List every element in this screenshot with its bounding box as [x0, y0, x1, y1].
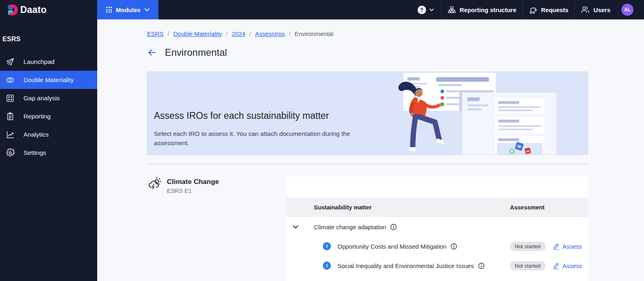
modules-grid-icon [106, 7, 112, 13]
table-row-iro: I Opportunity Costs and Missed Mitigatio… [286, 237, 588, 256]
reporting-structure-label: Reporting structure [460, 6, 516, 13]
users-icon [581, 5, 590, 14]
table-header-row: Sustainability matter Assessment [286, 198, 588, 217]
top-bar: Daato Modules ? Reporting structu [0, 0, 644, 19]
info-icon[interactable] [478, 262, 485, 269]
sidebar: ESRS Launchpad Double Materiality Gap an… [0, 19, 97, 281]
sidebar-item-label: Reporting [23, 113, 51, 120]
column-header-sustainability-matter: Sustainability matter [286, 204, 497, 211]
breadcrumb-separator: / [249, 30, 251, 37]
pdf-file-icon: PDF [525, 148, 531, 154]
pencil-icon [553, 243, 559, 250]
illustration-document-card: W PDF [462, 93, 557, 155]
storm-cloud-sun-icon [147, 177, 162, 191]
column-header-assessment: Assessment [497, 204, 542, 211]
sidebar-item-launchpad[interactable]: Launchpad [0, 53, 97, 71]
assess-button[interactable]: Assess [553, 262, 582, 269]
breadcrumb-separator: / [226, 30, 228, 37]
assess-button[interactable]: Assess [553, 243, 582, 250]
assess-label: Assess [563, 243, 582, 250]
iro-label: Opportunity Costs and Missed Mitigation [337, 243, 446, 250]
banner-subtitle: Select each IRO to assess it. You can at… [154, 129, 369, 148]
requests-label: Requests [541, 6, 569, 13]
main-area: ESRS / Double Materiality / 2024 / Asses… [97, 19, 644, 281]
status-badge: Not started [510, 261, 546, 270]
chevron-down-icon [145, 8, 149, 11]
breadcrumb-link-assessiros[interactable]: AssessIros [255, 30, 285, 37]
sidebar-item-settings[interactable]: Settings [0, 144, 97, 162]
sidebar-item-label: Gap analysis [23, 95, 60, 102]
banner-illustration: W PDF [395, 73, 557, 155]
table-row-group[interactable]: Climate change adaptation [286, 217, 588, 237]
help-icon: ? [418, 6, 426, 14]
breadcrumb-link-esrs[interactable]: ESRS [147, 30, 164, 37]
topbar-right-nav: ? Reporting structure [410, 0, 644, 19]
user-avatar[interactable]: AL [621, 4, 633, 16]
status-badge: Not started [510, 242, 546, 251]
requests-button[interactable]: Requests [523, 0, 575, 19]
group-label: Climate change adaptation [314, 224, 386, 230]
breadcrumb-separator: / [289, 30, 290, 37]
sidebar-item-gap-analysis[interactable]: Gap analysis [0, 89, 97, 107]
impact-type-badge: I [323, 242, 331, 250]
sidebar-item-double-materiality[interactable]: Double Materiality [0, 71, 97, 89]
grid-panels-icon [6, 94, 15, 103]
sitemap-icon [448, 6, 456, 14]
impact-type-badge: I [323, 262, 331, 270]
help-menu[interactable]: ? [410, 6, 441, 14]
sustainability-matters-table: Sustainability matter Assessment Climate… [286, 177, 588, 281]
trend-chart-icon [6, 130, 15, 139]
logo-text: Daato [20, 4, 47, 15]
sidebar-item-label: Settings [23, 149, 46, 156]
topic-header: Climate Change ESRS E1 [147, 177, 286, 281]
sidebar-item-label: Launchpad [23, 58, 55, 65]
section-divider [147, 164, 588, 164]
workflow-icon [529, 6, 537, 14]
breadcrumb: ESRS / Double Materiality / 2024 / Asses… [147, 30, 333, 37]
daato-logo[interactable]: Daato [0, 4, 97, 15]
sidebar-item-label: Double Materiality [23, 76, 74, 84]
collapse-chevron-icon[interactable] [291, 222, 300, 231]
back-arrow-button[interactable] [147, 48, 157, 57]
pencil-icon [553, 262, 559, 269]
assess-label: Assess [563, 262, 582, 269]
modules-button[interactable]: Modules [97, 0, 158, 19]
sidebar-item-analytics[interactable]: Analytics [0, 125, 97, 144]
sidebar-item-reporting[interactable]: Reporting [0, 107, 97, 125]
users-button[interactable]: Users [575, 0, 616, 19]
topic-title: Climate Change [167, 178, 219, 186]
topic-code: ESRS E1 [167, 188, 219, 194]
breadcrumb-current: Environmental [294, 30, 333, 37]
info-icon[interactable] [390, 224, 397, 230]
gear-icon [6, 148, 15, 157]
breadcrumb-link-2024[interactable]: 2024 [232, 30, 245, 37]
reporting-structure-button[interactable]: Reporting structure [441, 0, 522, 19]
sidebar-item-label: Analytics [23, 131, 49, 138]
chevron-down-icon [429, 8, 434, 11]
iro-label: Social Inequality and Environmental Just… [337, 262, 474, 269]
modules-label: Modules [116, 6, 141, 13]
users-label: Users [593, 6, 610, 13]
breadcrumb-link-double-materiality[interactable]: Double Materiality [173, 30, 222, 37]
page-title: Environmental [165, 47, 227, 58]
clipboard-icon [6, 112, 15, 121]
banner-title: Assess IROs for each sustainability matt… [154, 110, 329, 121]
daato-logo-icon [8, 4, 18, 15]
table-row-iro: I Social Inequality and Environmental Ju… [286, 256, 588, 275]
paper-plane-icon [6, 57, 15, 66]
info-icon[interactable] [450, 243, 457, 250]
table-toolbar [286, 177, 588, 198]
assess-iros-banner: Assess IROs for each sustainability matt… [147, 72, 588, 155]
sidebar-section-title: ESRS [0, 19, 97, 53]
breadcrumb-separator: / [168, 30, 169, 37]
venn-circles-icon [6, 76, 15, 85]
